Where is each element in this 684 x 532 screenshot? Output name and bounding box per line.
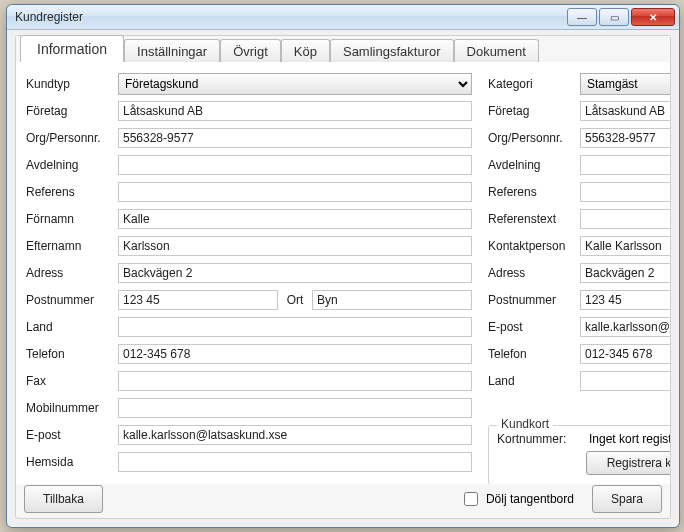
r-adress-label: Adress <box>488 266 580 280</box>
orgnr-input[interactable] <box>118 128 472 148</box>
land-input[interactable] <box>118 317 472 337</box>
ort-label: Ort <box>282 293 308 307</box>
fornamn-label: Förnamn <box>26 212 118 226</box>
tab-content: Kundtyp Företagskund Företag Org/Personn… <box>16 62 670 484</box>
referenstext-input[interactable] <box>580 209 670 229</box>
spara-button[interactable]: Spara <box>592 485 662 513</box>
postnummer-label: Postnummer <box>26 293 118 307</box>
referens-label: Referens <box>26 185 118 199</box>
mobil-input[interactable] <box>118 398 472 418</box>
mobil-label: Mobilnummer <box>26 401 118 415</box>
hemsida-input[interactable] <box>118 452 472 472</box>
foretag-input[interactable] <box>118 101 472 121</box>
r-telefon-input[interactable] <box>580 344 670 364</box>
r-avdelning-input[interactable] <box>580 155 670 175</box>
r-land-input[interactable] <box>580 371 670 391</box>
right-column: Kategori Stamgäst Företag Org/Personnr. <box>488 70 670 484</box>
r-telefon-label: Telefon <box>488 347 580 361</box>
postnummer-input[interactable] <box>118 290 278 310</box>
telefon-input[interactable] <box>118 344 472 364</box>
hemsida-label: Hemsida <box>26 455 118 469</box>
epost-label: E-post <box>26 428 118 442</box>
fornamn-input[interactable] <box>118 209 472 229</box>
adress-label: Adress <box>26 266 118 280</box>
avdelning-label: Avdelning <box>26 158 118 172</box>
kortnummer-label: Kortnummer: <box>497 432 589 446</box>
close-icon[interactable]: ✕ <box>631 8 675 26</box>
kontakt-label: Kontaktperson <box>488 239 580 253</box>
tab-samlingsfakturor[interactable]: Samlingsfakturor <box>330 39 454 63</box>
client-area: Information Inställningar Övrigt Köp Sam… <box>15 35 671 519</box>
r-adress-input[interactable] <box>580 263 670 283</box>
r-postnummer-input[interactable] <box>580 290 670 310</box>
tab-kop[interactable]: Köp <box>281 39 330 63</box>
r-orgnr-label: Org/Personnr. <box>488 131 580 145</box>
r-referens-input[interactable] <box>580 182 670 202</box>
tabstrip: Information Inställningar Övrigt Köp Sam… <box>16 36 670 63</box>
window-controls: — ▭ ✕ <box>567 8 675 26</box>
r-foretag-label: Företag <box>488 104 580 118</box>
fax-input[interactable] <box>118 371 472 391</box>
efternamn-input[interactable] <box>118 236 472 256</box>
tillbaka-button[interactable]: Tillbaka <box>24 485 103 513</box>
kontakt-input[interactable] <box>580 236 670 256</box>
kortnummer-value: Inget kort registrerat <box>589 432 670 446</box>
maximize-icon[interactable]: ▭ <box>599 8 629 26</box>
tab-dokument[interactable]: Dokument <box>454 39 539 63</box>
avdelning-input[interactable] <box>118 155 472 175</box>
dolj-tangentbord-checkbox[interactable] <box>464 492 478 506</box>
r-epost-input[interactable] <box>580 317 670 337</box>
adress-input[interactable] <box>118 263 472 283</box>
orgnr-label: Org/Personnr. <box>26 131 118 145</box>
r-avdelning-label: Avdelning <box>488 158 580 172</box>
land-label: Land <box>26 320 118 334</box>
tab-installningar[interactable]: Inställningar <box>124 39 220 63</box>
titlebar: Kundregister — ▭ ✕ <box>7 5 679 30</box>
foretag-label: Företag <box>26 104 118 118</box>
telefon-label: Telefon <box>26 347 118 361</box>
registrera-kort-button[interactable]: Registrera kort <box>586 451 670 475</box>
kundkort-legend: Kundkort <box>497 417 553 431</box>
ort-input[interactable] <box>312 290 472 310</box>
r-postnummer-label: Postnummer <box>488 293 580 307</box>
tab-ovrigt[interactable]: Övrigt <box>220 39 281 63</box>
dolj-tangentbord-label: Dölj tangentbord <box>486 492 574 506</box>
left-column: Kundtyp Företagskund Företag Org/Personn… <box>26 70 472 484</box>
kundkort-fieldset: Kundkort Kortnummer: Inget kort registre… <box>488 425 670 484</box>
kategori-combo[interactable]: Stamgäst <box>580 73 670 95</box>
tab-information[interactable]: Information <box>20 35 124 63</box>
kategori-label: Kategori <box>488 77 580 91</box>
r-orgnr-input[interactable] <box>580 128 670 148</box>
kundtyp-label: Kundtyp <box>26 77 118 91</box>
footer: Tillbaka Dölj tangentbord Spara <box>16 484 670 514</box>
r-foretag-input[interactable] <box>580 101 670 121</box>
r-land-label: Land <box>488 374 580 388</box>
window-title: Kundregister <box>15 10 567 24</box>
window: Kundregister — ▭ ✕ Information Inställni… <box>6 4 680 528</box>
minimize-icon[interactable]: — <box>567 8 597 26</box>
epost-input[interactable] <box>118 425 472 445</box>
referenstext-label: Referenstext <box>488 212 580 226</box>
fax-label: Fax <box>26 374 118 388</box>
kundtyp-combo[interactable]: Företagskund <box>118 73 472 95</box>
efternamn-label: Efternamn <box>26 239 118 253</box>
r-epost-label: E-post <box>488 320 580 334</box>
r-referens-label: Referens <box>488 185 580 199</box>
referens-input[interactable] <box>118 182 472 202</box>
